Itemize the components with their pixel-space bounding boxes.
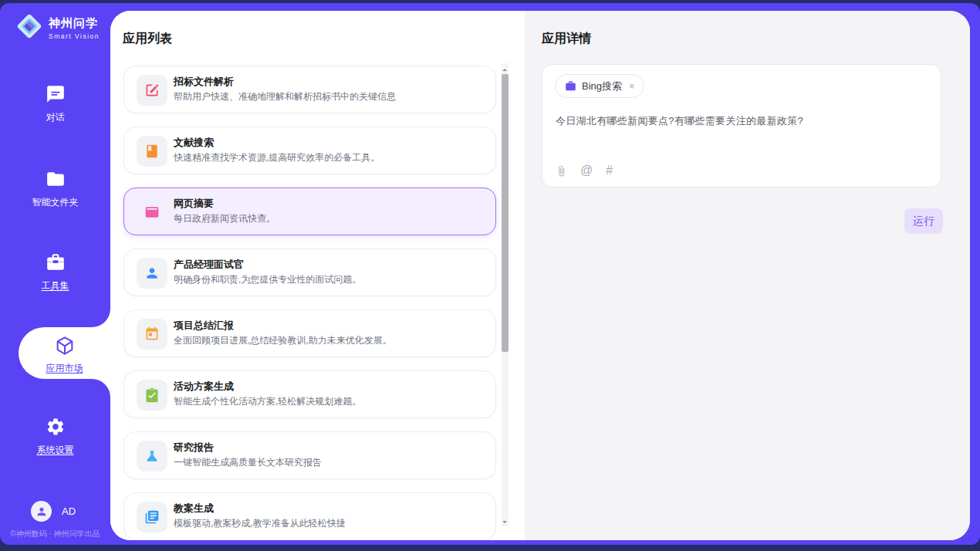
input-toolbar: @ # xyxy=(556,164,613,177)
browser-icon xyxy=(137,197,167,228)
app-card[interactable]: 招标文件解析帮助用户快速、准确地理解和解析招标书中的关键信息 xyxy=(123,66,496,113)
user-initials: AD xyxy=(62,505,76,517)
gear-icon xyxy=(0,417,110,438)
mention-icon[interactable]: @ xyxy=(580,164,593,177)
app-card[interactable]: 产品经理面试官明确身份和职责,为您提供专业性的面试问题。 xyxy=(123,248,496,296)
app-card[interactable]: 教案生成模板驱动,教案秒成,教学准备从此轻松快捷 xyxy=(123,492,496,540)
app-card-desc: 一键智能生成高质量长文本研究报告 xyxy=(174,456,322,469)
tool-chip-label: Bing搜索 xyxy=(582,79,622,93)
chip-remove-icon[interactable]: × xyxy=(629,80,635,92)
active-tab-curve-top xyxy=(92,309,110,327)
book-icon xyxy=(137,136,167,167)
scrollbar-up-arrow-icon[interactable] xyxy=(502,64,509,73)
sidebar-item-chat[interactable]: 对话 xyxy=(0,84,110,124)
app-card-title: 项目总结汇报 xyxy=(174,319,234,333)
main-content: 应用列表 招标文件解析帮助用户快速、准确地理解和解析招标书中的关键信息文献搜索快… xyxy=(110,11,970,540)
scrollbar-down-arrow-icon[interactable] xyxy=(502,516,509,526)
chat-icon xyxy=(0,84,110,106)
app-card-desc: 帮助用户快速、准确地理解和解析招标书中的关键信息 xyxy=(174,90,396,103)
brand-name: 神州问学 xyxy=(49,16,100,31)
app-card-title: 招标文件解析 xyxy=(174,75,234,89)
app-card-title: 教案生成 xyxy=(174,502,214,516)
run-button[interactable]: 运行 xyxy=(904,208,943,234)
copyright-text: ©神州数码 · 神州问学出品 xyxy=(0,529,110,539)
app-list-pane: 应用列表 招标文件解析帮助用户快速、准确地理解和解析招标书中的关键信息文献搜索快… xyxy=(110,11,525,540)
app-card-title: 研究报告 xyxy=(174,441,214,455)
books-icon xyxy=(137,502,167,532)
app-detail-pane: 应用详情 Bing搜索 × 今日湖北有哪些新闻要点?有哪些需要关注的最新政策? xyxy=(525,11,970,540)
research-icon xyxy=(137,441,167,472)
app-list-title: 应用列表 xyxy=(123,31,172,47)
cube-icon xyxy=(19,335,110,357)
folder-icon xyxy=(0,169,110,191)
app-window: 神州问学 Smart Vision 对话智能文件夹工具集应用市场系统设置 AD … xyxy=(0,3,980,545)
app-card-desc: 明确身份和职责,为您提供专业性的面试问题。 xyxy=(174,273,361,286)
app-card-title: 产品经理面试官 xyxy=(174,258,244,272)
sidebar-item-app-market[interactable]: 应用市场 xyxy=(19,327,110,379)
app-card[interactable]: 活动方案生成智能生成个性化活动方案,轻松解决规划难题。 xyxy=(123,370,496,418)
sidebar: 神州问学 Smart Vision 对话智能文件夹工具集应用市场系统设置 AD … xyxy=(0,3,110,545)
app-card[interactable]: 项目总结汇报全面回顾项目进展,总结经验教训,助力未来优化发展。 xyxy=(123,309,496,357)
scrollbar[interactable] xyxy=(502,63,509,526)
app-card-desc: 全面回顾项目进展,总结经验教训,助力未来优化发展。 xyxy=(174,334,392,347)
app-detail-title: 应用详情 xyxy=(542,31,591,47)
interviewer-icon xyxy=(137,258,167,289)
tool-chip[interactable]: Bing搜索 × xyxy=(555,74,644,98)
toolbox-icon xyxy=(0,252,110,274)
app-card-desc: 每日政府新闻资讯快查。 xyxy=(174,212,275,225)
app-card[interactable]: 文献搜索快速精准查找学术资源,提高研究效率的必备工具。 xyxy=(123,127,496,174)
desktop-background: 神州问学 Smart Vision 对话智能文件夹工具集应用市场系统设置 AD … xyxy=(0,0,980,551)
app-card[interactable]: 研究报告一键智能生成高质量长文本研究报告 xyxy=(123,431,496,479)
sidebar-item-toolkit[interactable]: 工具集 xyxy=(0,252,110,292)
prompt-card[interactable]: Bing搜索 × 今日湖北有哪些新闻要点?有哪些需要关注的最新政策? @ # xyxy=(542,64,941,188)
attach-icon[interactable] xyxy=(556,165,567,177)
edit-document-icon xyxy=(137,75,167,106)
app-card-title: 网页摘要 xyxy=(174,197,214,211)
hash-icon[interactable]: # xyxy=(606,164,613,177)
app-card-desc: 快速精准查找学术资源,提高研究效率的必备工具。 xyxy=(174,151,380,164)
brand-logo: 神州问学 Smart Vision xyxy=(15,12,100,43)
user-account[interactable]: AD xyxy=(31,501,76,522)
app-card-desc: 智能生成个性化活动方案,轻松解决规划难题。 xyxy=(174,395,361,408)
app-card-desc: 模板驱动,教案秒成,教学准备从此轻松快捷 xyxy=(174,517,346,530)
briefcase-icon xyxy=(565,80,576,92)
clipboard-check-icon xyxy=(137,380,167,411)
calendar-icon xyxy=(137,319,167,350)
app-card-title: 文献搜索 xyxy=(174,136,214,150)
scrollbar-thumb[interactable] xyxy=(502,74,509,352)
diamond-logo-icon xyxy=(15,12,43,43)
sidebar-item-settings[interactable]: 系统设置 xyxy=(0,417,110,457)
avatar xyxy=(31,501,52,522)
app-card[interactable]: 网页摘要每日政府新闻资讯快查。 xyxy=(123,188,496,235)
sidebar-item-smart-folder[interactable]: 智能文件夹 xyxy=(0,169,110,209)
brand-subtitle: Smart Vision xyxy=(49,32,100,40)
active-tab-curve-bottom xyxy=(92,379,110,397)
prompt-text[interactable]: 今日湖北有哪些新闻要点?有哪些需要关注的最新政策? xyxy=(556,114,803,128)
app-card-title: 活动方案生成 xyxy=(174,380,234,394)
